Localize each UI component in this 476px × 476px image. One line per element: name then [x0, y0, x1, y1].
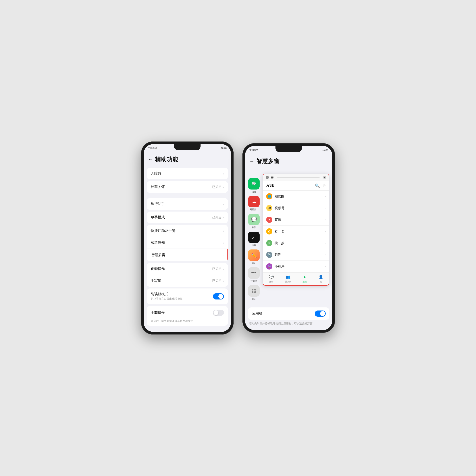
settings-value-shouxibi: 已关闭: [212, 279, 221, 283]
settings-item-kuaijie[interactable]: 快捷启动及手势 ›: [147, 225, 228, 237]
xiaochengxu-icon: 🔮: [266, 263, 272, 270]
souyisou-chevron: ›: [325, 241, 326, 245]
zhibo-icon: ●: [266, 217, 272, 223]
left-carrier: 中国移动: [148, 147, 157, 150]
faxian-tab-label: 发现: [303, 280, 307, 283]
faxian-tab-icon: ●: [302, 274, 307, 280]
wechat-tab-weixin[interactable]: 💬 微信: [269, 274, 274, 283]
settings-label-lvxing: 旅行助手: [151, 202, 165, 206]
add-icon[interactable]: ⊕: [323, 183, 326, 188]
settings-label-wuzhangai: 无障碍: [151, 171, 161, 176]
settings-group-changbei: 长辈关怀 已关闭 ›: [147, 181, 228, 193]
sidebar-toggle-item[interactable]: j应用栏: [248, 307, 329, 320]
zhibo-label: 直播: [274, 218, 325, 222]
souyisou-icon: ✳: [266, 240, 272, 246]
settings-item-fangwuchu[interactable]: 防误触模式 防止手机在口袋出现误操作: [147, 289, 228, 304]
kanyikan-label: 看一看: [274, 229, 325, 234]
wechat-menu-xiaochengxu[interactable]: 🔮 小程序 ›: [263, 261, 329, 272]
settings-desc-fangwuchu: 防止手机在口袋出现误操作: [151, 297, 183, 301]
app-item-netease[interactable]: ☁ 网易云...: [248, 196, 260, 211]
settings-label-shoutao: 手套操作: [151, 310, 165, 315]
settings-label-kuaijie: 快捷启动及手势: [151, 229, 175, 233]
app-item-douyin[interactable]: ♪ 抖音: [248, 232, 260, 247]
settings-item-danshou[interactable]: 单手模式 已开启 ›: [147, 212, 228, 223]
right-phone: 中国移动 16:27 ← 智慧多窗 💬 信息 ☁: [242, 143, 335, 333]
app-icon-netease: ☁: [248, 196, 260, 207]
settings-right-changbei: 已关闭 ›: [212, 185, 224, 189]
right-carrier: 中国移动: [250, 148, 258, 151]
souyisou-label: 搜一搜: [274, 241, 325, 245]
app-item-more[interactable]: 更多: [248, 285, 260, 300]
settings-label-pitao: 皮套操作: [151, 267, 165, 271]
app-label-netease: 网易云...: [250, 208, 258, 211]
settings-group-pitao: 皮套操作 已关闭 › 手写笔 已关闭 ›: [147, 263, 228, 287]
xiaochengxu-label: 小程序: [274, 264, 325, 269]
right-status-bar: 中国移动 16:27: [245, 146, 332, 154]
right-page-header: ← 智慧多窗: [245, 154, 332, 168]
toggle-fangwuchu[interactable]: [213, 293, 224, 300]
settings-item-wuzhangai[interactable]: 无障碍 ›: [147, 168, 228, 179]
chevron-icon-wuzhangai: ›: [223, 172, 224, 175]
kanyikan-icon: ✿: [266, 228, 272, 235]
settings-label-changbei: 长辈关怀: [151, 185, 165, 189]
wechat-menu-zhibo[interactable]: ● 直播 ›: [263, 214, 329, 226]
left-screen: ← 辅助功能 无障碍 › 长辈关怀 已关闭 ›: [144, 152, 231, 332]
chevron-icon-kuaijie: ›: [223, 229, 224, 233]
right-back-button[interactable]: ←: [250, 158, 254, 164]
right-notch: [275, 146, 302, 152]
wechat-tab-faxian[interactable]: ● 发现: [302, 274, 307, 283]
tongxunlu-tab-label: 通讯录: [285, 280, 291, 283]
wechat-popup: ↻ — ✕ 发现 🔍 ⊕ 🌐 朋友圈 ›: [263, 174, 329, 286]
shiphao-icon: 视: [266, 205, 272, 211]
settings-right-pitao: 已关闭 ›: [212, 267, 224, 271]
settings-item-changbei[interactable]: 长辈关怀 已关闭 ›: [147, 181, 228, 193]
settings-item-zhihuiganzhi[interactable]: 智慧感知 ›: [147, 237, 228, 249]
right-time: 16:27: [323, 149, 328, 151]
sidebar-toggle-label: j应用栏: [252, 311, 262, 316]
settings-group-danshou: 单手模式 已开启 ›: [147, 212, 228, 223]
left-time: 16:26: [221, 147, 226, 149]
discover-actions: 🔍 ⊕: [315, 183, 326, 188]
settings-item-shouxibi[interactable]: 手写笔 已关闭 ›: [147, 275, 228, 287]
tongxunlu-tab-icon: 👥: [285, 274, 291, 280]
wechat-menu-pengyouquan[interactable]: 🌐 朋友圈 ›: [263, 191, 329, 202]
settings-right-shouxibi: 已关闭 ›: [212, 279, 224, 283]
app-item-calculator[interactable]: 计算器: [248, 267, 260, 283]
settings-item-pitao[interactable]: 皮套操作 已关闭 ›: [147, 263, 228, 275]
wechat-rotate-btn[interactable]: ↻: [266, 176, 269, 179]
wechat-menu-shiphao[interactable]: 视 视频号 ›: [263, 202, 329, 214]
settings-item-lvxing[interactable]: 旅行助手 ›: [147, 198, 228, 210]
app-label-douyin: 抖音: [252, 244, 256, 247]
app-label-suji: 速记: [252, 262, 256, 265]
right-page-title: 智慧多窗: [256, 157, 279, 165]
chevron-icon-pitao: ›: [223, 267, 224, 271]
toggle-sidebar[interactable]: [315, 310, 326, 317]
settings-item-shoutao[interactable]: 手套操作: [147, 306, 228, 319]
wo-tab-label: 我: [320, 280, 322, 283]
toggle-knob-fangwuchu: [218, 294, 223, 299]
pengyouquan-chevron: ›: [325, 195, 326, 198]
wechat-tab-tongxunlu[interactable]: 👥 通讯录: [285, 274, 291, 283]
settings-item-zhihuiduochuang[interactable]: 智慧多窗 ›: [147, 249, 228, 261]
shiphao-label: 视频号: [274, 206, 325, 210]
wechat-minimize-btn[interactable]: —: [271, 176, 274, 179]
wechat-menu-kanyikan[interactable]: ✿ 看一看 ›: [263, 226, 329, 237]
wechat-close-btn[interactable]: ✕: [323, 176, 326, 179]
left-back-button[interactable]: ←: [148, 157, 153, 162]
wechat-tab-wo[interactable]: 👤 我: [318, 274, 323, 283]
app-item-messages[interactable]: 💬 信息: [248, 178, 260, 193]
wechat-drag-handle: [277, 177, 320, 178]
wechat-menu-fujin[interactable]: 📡 附近 ›: [263, 249, 329, 261]
search-icon[interactable]: 🔍: [315, 183, 320, 188]
left-status-bar: 中国移动 16:26: [144, 144, 231, 152]
app-item-suji[interactable]: ✏️ 速记: [248, 250, 260, 265]
app-icon-wechat: 💬: [248, 214, 260, 225]
chevron-icon-lvxing: ›: [223, 202, 224, 206]
app-item-wechat[interactable]: 💬 微信: [248, 214, 260, 229]
discover-title: 发现: [266, 183, 274, 188]
wechat-titlebar: ↻ — ✕: [263, 174, 329, 181]
left-phone: 中国移动 16:26 ← 辅助功能 无障碍 › 长辈关怀: [141, 141, 234, 335]
wechat-menu-souyisou[interactable]: ✳ 搜一搜 ›: [263, 237, 329, 249]
toggle-shoutao[interactable]: [213, 310, 224, 316]
weixin-tab-label: 微信: [269, 280, 273, 283]
